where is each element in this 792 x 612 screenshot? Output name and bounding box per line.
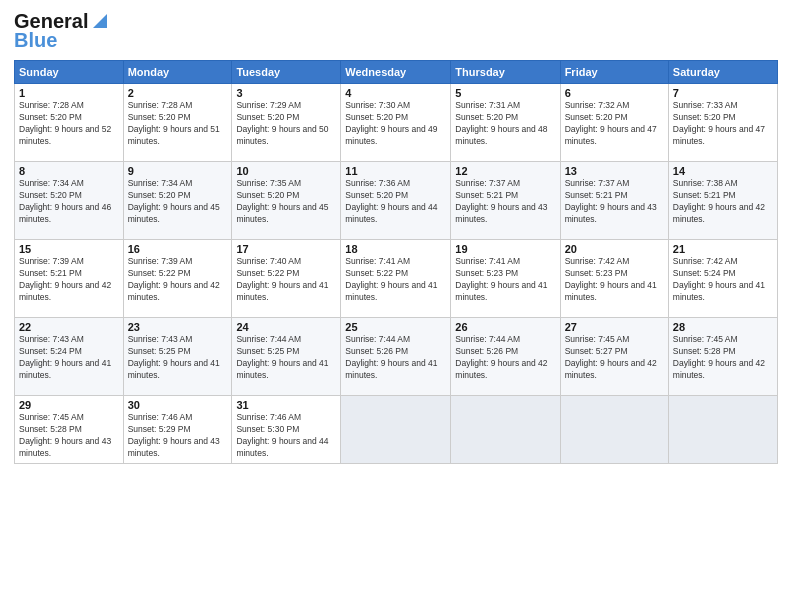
calendar-cell: 26Sunrise: 7:44 AMSunset: 5:26 PMDayligh… <box>451 318 560 396</box>
header-thursday: Thursday <box>451 61 560 84</box>
day-number: 19 <box>455 243 555 255</box>
day-info: Sunrise: 7:45 AMSunset: 5:27 PMDaylight:… <box>565 334 664 382</box>
calendar-cell: 7Sunrise: 7:33 AMSunset: 5:20 PMDaylight… <box>668 84 777 162</box>
calendar-cell: 29Sunrise: 7:45 AMSunset: 5:28 PMDayligh… <box>15 396 124 464</box>
day-info: Sunrise: 7:34 AMSunset: 5:20 PMDaylight:… <box>19 178 119 226</box>
header-monday: Monday <box>123 61 232 84</box>
day-info: Sunrise: 7:42 AMSunset: 5:24 PMDaylight:… <box>673 256 773 304</box>
day-number: 12 <box>455 165 555 177</box>
header-row: SundayMondayTuesdayWednesdayThursdayFrid… <box>15 61 778 84</box>
calendar-cell: 30Sunrise: 7:46 AMSunset: 5:29 PMDayligh… <box>123 396 232 464</box>
day-info: Sunrise: 7:33 AMSunset: 5:20 PMDaylight:… <box>673 100 773 148</box>
week-row-4: 22Sunrise: 7:43 AMSunset: 5:24 PMDayligh… <box>15 318 778 396</box>
logo-triangle-icon <box>89 10 111 32</box>
day-info: Sunrise: 7:44 AMSunset: 5:25 PMDaylight:… <box>236 334 336 382</box>
calendar-cell: 10Sunrise: 7:35 AMSunset: 5:20 PMDayligh… <box>232 162 341 240</box>
calendar-cell: 4Sunrise: 7:30 AMSunset: 5:20 PMDaylight… <box>341 84 451 162</box>
header-wednesday: Wednesday <box>341 61 451 84</box>
day-info: Sunrise: 7:39 AMSunset: 5:21 PMDaylight:… <box>19 256 119 304</box>
calendar-cell: 16Sunrise: 7:39 AMSunset: 5:22 PMDayligh… <box>123 240 232 318</box>
calendar-cell: 23Sunrise: 7:43 AMSunset: 5:25 PMDayligh… <box>123 318 232 396</box>
day-number: 2 <box>128 87 228 99</box>
calendar-cell: 18Sunrise: 7:41 AMSunset: 5:22 PMDayligh… <box>341 240 451 318</box>
day-info: Sunrise: 7:28 AMSunset: 5:20 PMDaylight:… <box>128 100 228 148</box>
day-info: Sunrise: 7:29 AMSunset: 5:20 PMDaylight:… <box>236 100 336 148</box>
calendar-cell: 8Sunrise: 7:34 AMSunset: 5:20 PMDaylight… <box>15 162 124 240</box>
day-number: 28 <box>673 321 773 333</box>
day-info: Sunrise: 7:46 AMSunset: 5:30 PMDaylight:… <box>236 412 336 460</box>
day-info: Sunrise: 7:42 AMSunset: 5:23 PMDaylight:… <box>565 256 664 304</box>
day-info: Sunrise: 7:38 AMSunset: 5:21 PMDaylight:… <box>673 178 773 226</box>
calendar-cell: 19Sunrise: 7:41 AMSunset: 5:23 PMDayligh… <box>451 240 560 318</box>
day-info: Sunrise: 7:40 AMSunset: 5:22 PMDaylight:… <box>236 256 336 304</box>
logo: General Blue <box>14 10 111 52</box>
day-number: 23 <box>128 321 228 333</box>
day-number: 25 <box>345 321 446 333</box>
day-number: 4 <box>345 87 446 99</box>
day-info: Sunrise: 7:41 AMSunset: 5:22 PMDaylight:… <box>345 256 446 304</box>
day-number: 20 <box>565 243 664 255</box>
day-number: 6 <box>565 87 664 99</box>
day-number: 1 <box>19 87 119 99</box>
calendar-cell: 11Sunrise: 7:36 AMSunset: 5:20 PMDayligh… <box>341 162 451 240</box>
week-row-5: 29Sunrise: 7:45 AMSunset: 5:28 PMDayligh… <box>15 396 778 464</box>
day-info: Sunrise: 7:44 AMSunset: 5:26 PMDaylight:… <box>455 334 555 382</box>
logo-blue: Blue <box>14 29 57 52</box>
day-info: Sunrise: 7:35 AMSunset: 5:20 PMDaylight:… <box>236 178 336 226</box>
week-row-1: 1Sunrise: 7:28 AMSunset: 5:20 PMDaylight… <box>15 84 778 162</box>
day-number: 3 <box>236 87 336 99</box>
calendar-cell: 2Sunrise: 7:28 AMSunset: 5:20 PMDaylight… <box>123 84 232 162</box>
day-info: Sunrise: 7:45 AMSunset: 5:28 PMDaylight:… <box>19 412 119 460</box>
calendar-cell: 9Sunrise: 7:34 AMSunset: 5:20 PMDaylight… <box>123 162 232 240</box>
header-tuesday: Tuesday <box>232 61 341 84</box>
calendar-cell: 20Sunrise: 7:42 AMSunset: 5:23 PMDayligh… <box>560 240 668 318</box>
calendar-cell <box>451 396 560 464</box>
calendar-cell: 24Sunrise: 7:44 AMSunset: 5:25 PMDayligh… <box>232 318 341 396</box>
day-info: Sunrise: 7:39 AMSunset: 5:22 PMDaylight:… <box>128 256 228 304</box>
day-info: Sunrise: 7:37 AMSunset: 5:21 PMDaylight:… <box>565 178 664 226</box>
day-number: 27 <box>565 321 664 333</box>
day-number: 10 <box>236 165 336 177</box>
calendar-cell: 3Sunrise: 7:29 AMSunset: 5:20 PMDaylight… <box>232 84 341 162</box>
header-saturday: Saturday <box>668 61 777 84</box>
day-number: 5 <box>455 87 555 99</box>
calendar-cell: 28Sunrise: 7:45 AMSunset: 5:28 PMDayligh… <box>668 318 777 396</box>
calendar-cell: 17Sunrise: 7:40 AMSunset: 5:22 PMDayligh… <box>232 240 341 318</box>
day-info: Sunrise: 7:37 AMSunset: 5:21 PMDaylight:… <box>455 178 555 226</box>
calendar-cell: 6Sunrise: 7:32 AMSunset: 5:20 PMDaylight… <box>560 84 668 162</box>
day-number: 9 <box>128 165 228 177</box>
day-info: Sunrise: 7:45 AMSunset: 5:28 PMDaylight:… <box>673 334 773 382</box>
calendar-cell: 14Sunrise: 7:38 AMSunset: 5:21 PMDayligh… <box>668 162 777 240</box>
day-number: 7 <box>673 87 773 99</box>
calendar-cell: 5Sunrise: 7:31 AMSunset: 5:20 PMDaylight… <box>451 84 560 162</box>
calendar-cell: 1Sunrise: 7:28 AMSunset: 5:20 PMDaylight… <box>15 84 124 162</box>
day-number: 22 <box>19 321 119 333</box>
day-info: Sunrise: 7:28 AMSunset: 5:20 PMDaylight:… <box>19 100 119 148</box>
header-friday: Friday <box>560 61 668 84</box>
day-number: 24 <box>236 321 336 333</box>
calendar-cell: 21Sunrise: 7:42 AMSunset: 5:24 PMDayligh… <box>668 240 777 318</box>
calendar-cell: 15Sunrise: 7:39 AMSunset: 5:21 PMDayligh… <box>15 240 124 318</box>
calendar-cell <box>341 396 451 464</box>
calendar-cell: 13Sunrise: 7:37 AMSunset: 5:21 PMDayligh… <box>560 162 668 240</box>
day-number: 26 <box>455 321 555 333</box>
day-info: Sunrise: 7:30 AMSunset: 5:20 PMDaylight:… <box>345 100 446 148</box>
calendar-cell: 31Sunrise: 7:46 AMSunset: 5:30 PMDayligh… <box>232 396 341 464</box>
day-number: 11 <box>345 165 446 177</box>
day-info: Sunrise: 7:31 AMSunset: 5:20 PMDaylight:… <box>455 100 555 148</box>
calendar-table: SundayMondayTuesdayWednesdayThursdayFrid… <box>14 60 778 464</box>
svg-marker-0 <box>93 14 107 28</box>
header: General Blue <box>14 10 778 52</box>
page: General Blue SundayMondayTuesdayWednesda… <box>0 0 792 612</box>
calendar-cell: 25Sunrise: 7:44 AMSunset: 5:26 PMDayligh… <box>341 318 451 396</box>
calendar-cell: 22Sunrise: 7:43 AMSunset: 5:24 PMDayligh… <box>15 318 124 396</box>
day-number: 13 <box>565 165 664 177</box>
day-number: 14 <box>673 165 773 177</box>
day-info: Sunrise: 7:44 AMSunset: 5:26 PMDaylight:… <box>345 334 446 382</box>
header-sunday: Sunday <box>15 61 124 84</box>
day-info: Sunrise: 7:32 AMSunset: 5:20 PMDaylight:… <box>565 100 664 148</box>
calendar-cell <box>668 396 777 464</box>
day-number: 18 <box>345 243 446 255</box>
day-info: Sunrise: 7:41 AMSunset: 5:23 PMDaylight:… <box>455 256 555 304</box>
day-number: 30 <box>128 399 228 411</box>
